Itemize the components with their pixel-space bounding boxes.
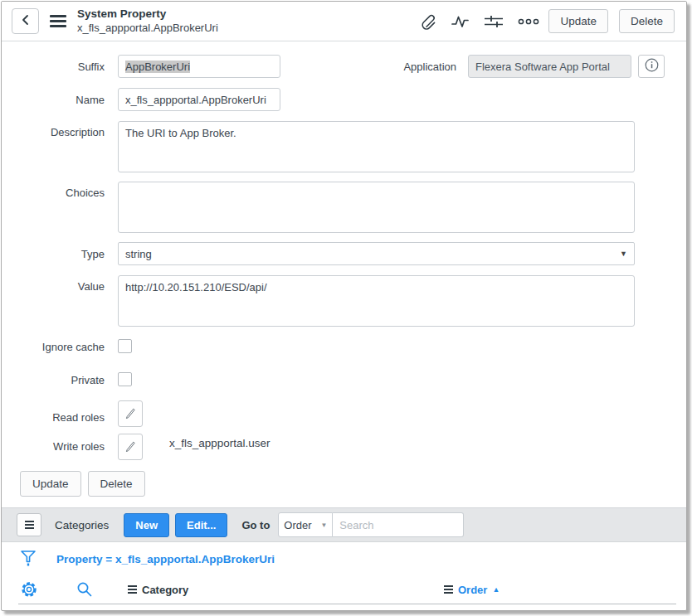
page-subtitle: x_fls_appportal.AppBrokerUri [77,22,218,35]
list-divider [18,604,676,604]
choices-textarea[interactable] [118,182,635,233]
column-header-label: Order [458,584,487,596]
system-property-form: Suffix AppBrokerUri Application Flexera … [2,41,686,497]
value-textarea[interactable]: http://10.20.151.210/ESD/api/ [118,275,635,327]
column-header-order[interactable]: Order ▲ [444,584,500,596]
application-info-button[interactable] [638,55,665,78]
goto-field-select[interactable]: Order ▼ [278,512,333,537]
update-button-footer[interactable]: Update [20,471,81,497]
name-label: Name [2,94,105,106]
write-roles-label: Write roles [2,440,105,453]
description-label: Description [2,126,105,138]
goto-selected-value: Order [284,519,311,531]
list-filter-row: Property = x_fls_appportal.AppBrokerUri [2,542,686,575]
edit-button[interactable]: Edit... [175,513,227,537]
more-options-icon[interactable] [518,17,539,26]
write-roles-edit-button[interactable] [118,434,143,460]
suffix-value: AppBrokerUri [125,61,190,73]
private-checkbox[interactable] [118,372,132,386]
suffix-input[interactable]: AppBrokerUri [118,55,280,78]
hamburger-icon [25,519,34,531]
search-icon[interactable] [76,581,93,598]
gear-icon[interactable] [20,580,38,599]
column-header-label: Category [142,584,188,596]
list-search-input[interactable] [333,512,464,537]
delete-button-header[interactable]: Delete [619,9,675,33]
pencil-icon [124,439,137,455]
choices-label: Choices [2,187,105,199]
name-input[interactable]: x_fls_appportal.AppBrokerUri [118,88,280,111]
activity-stream-icon[interactable] [451,13,470,30]
application-input: Flexera Software App Portal [468,55,631,78]
write-roles-value: x_fls_appportal.user [169,437,270,449]
list-context-menu-button[interactable] [17,513,41,536]
page-title: System Property [77,7,218,22]
column-menu-icon [444,584,453,595]
list-column-headers: Category Order ▲ [2,575,686,604]
info-icon [645,58,659,75]
read-roles-label: Read roles [2,411,105,424]
type-selected-value: string [125,248,152,260]
related-list-title: Categories [55,519,109,531]
breadcrumb-filter-link[interactable]: Property = x_fls_appportal.AppBrokerUri [56,553,275,565]
chevron-left-icon [20,14,32,29]
column-header-category[interactable]: Category [128,584,188,596]
column-menu-icon [128,584,137,595]
suffix-label: Suffix [2,61,105,73]
personalize-form-icon[interactable] [484,13,504,30]
chevron-down-icon: ▼ [620,250,627,258]
value-label: Value [2,280,105,293]
attachment-icon[interactable] [421,13,437,30]
goto-label: Go to [241,519,270,531]
type-select[interactable]: string ▼ [118,242,635,265]
delete-button-footer[interactable]: Delete [88,471,145,497]
filter-funnel-icon[interactable] [20,549,37,569]
record-header: System Property x_fls_appportal.AppBroke… [2,2,686,41]
related-list-header: Categories New Edit... Go to Order ▼ [2,507,686,542]
chevron-down-icon: ▼ [320,521,327,529]
sort-ascending-icon: ▲ [492,585,500,594]
private-label: Private [2,374,105,386]
description-textarea[interactable]: The URI to App Broker. [118,121,635,172]
context-menu-icon[interactable] [50,12,66,30]
new-button[interactable]: New [124,513,169,537]
ignore-cache-checkbox[interactable] [118,339,132,353]
app-window: System Property x_fls_appportal.AppBroke… [1,1,687,611]
update-button-header[interactable]: Update [548,9,608,33]
record-title-block: System Property x_fls_appportal.AppBroke… [77,7,218,35]
type-label: Type [2,248,105,260]
back-button[interactable] [12,8,39,34]
read-roles-edit-button[interactable] [118,400,143,427]
ignore-cache-label: Ignore cache [2,341,105,353]
application-label: Application [403,61,456,73]
pencil-icon [124,406,137,422]
